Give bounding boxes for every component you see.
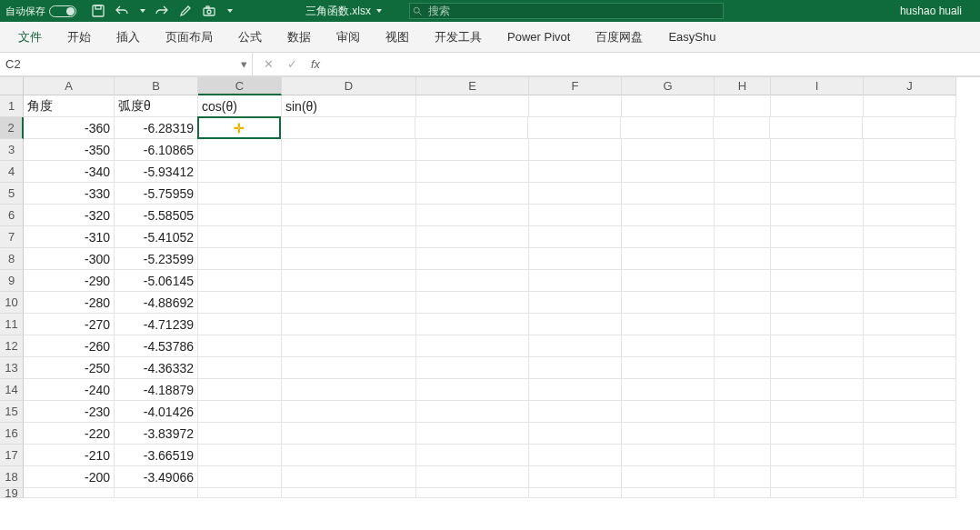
cell-A12[interactable]: -260 bbox=[24, 335, 115, 357]
cell-C9[interactable] bbox=[198, 270, 282, 292]
cell-A7[interactable]: -310 bbox=[24, 226, 115, 248]
cell-A5[interactable]: -330 bbox=[24, 183, 115, 205]
row-header-6[interactable]: 6 bbox=[0, 205, 24, 226]
cell-E4[interactable] bbox=[416, 161, 529, 183]
cell-I9[interactable] bbox=[771, 270, 864, 292]
tab-formulas[interactable]: 公式 bbox=[225, 22, 275, 52]
tab-view[interactable]: 视图 bbox=[373, 22, 422, 52]
cell-F10[interactable] bbox=[529, 292, 622, 314]
row-header-17[interactable]: 17 bbox=[0, 445, 24, 466]
cell-I16[interactable] bbox=[771, 423, 864, 445]
tab-review[interactable]: 审阅 bbox=[324, 22, 373, 52]
tab-page-layout[interactable]: 页面布局 bbox=[153, 22, 225, 52]
cell-F15[interactable] bbox=[529, 401, 622, 423]
cell-H11[interactable] bbox=[715, 314, 771, 335]
cell-F8[interactable] bbox=[529, 248, 622, 270]
cell-I8[interactable] bbox=[771, 248, 864, 270]
cell-D4[interactable] bbox=[282, 161, 416, 183]
camera-icon[interactable] bbox=[202, 4, 216, 18]
redo-icon[interactable] bbox=[155, 4, 169, 18]
row-header-14[interactable]: 14 bbox=[0, 379, 24, 401]
tab-data[interactable]: 数据 bbox=[275, 22, 324, 52]
cell-J3[interactable] bbox=[864, 139, 956, 161]
save-icon[interactable] bbox=[91, 4, 105, 18]
cell-G11[interactable] bbox=[622, 314, 715, 335]
cell-F18[interactable] bbox=[529, 466, 622, 488]
cell-J8[interactable] bbox=[864, 248, 956, 270]
select-all-corner[interactable] bbox=[0, 77, 24, 95]
cell-A14[interactable]: -240 bbox=[24, 379, 115, 401]
cell-E15[interactable] bbox=[416, 401, 529, 423]
cell-H1[interactable] bbox=[715, 95, 771, 117]
cell-F9[interactable] bbox=[529, 270, 622, 292]
cell-H12[interactable] bbox=[715, 335, 771, 357]
cell-G3[interactable] bbox=[622, 139, 715, 161]
cell-A11[interactable]: -270 bbox=[24, 314, 115, 335]
cell-A8[interactable]: -300 bbox=[24, 248, 115, 270]
cell-J4[interactable] bbox=[864, 161, 956, 183]
cell-C3[interactable] bbox=[198, 139, 282, 161]
cell-E7[interactable] bbox=[416, 226, 529, 248]
cell-D19[interactable] bbox=[282, 488, 416, 498]
cell-B3[interactable]: -6.10865 bbox=[115, 139, 198, 161]
cell-H16[interactable] bbox=[715, 423, 771, 445]
cell-F3[interactable] bbox=[529, 139, 622, 161]
cell-F6[interactable] bbox=[529, 205, 622, 226]
cell-F1[interactable] bbox=[529, 95, 622, 117]
cell-H8[interactable] bbox=[715, 248, 771, 270]
col-header-D[interactable]: D bbox=[282, 77, 416, 95]
enter-icon[interactable]: ✓ bbox=[282, 56, 302, 73]
cell-C13[interactable] bbox=[198, 357, 282, 379]
cell-H4[interactable] bbox=[715, 161, 771, 183]
search-input[interactable] bbox=[425, 5, 723, 17]
name-box-dropdown-icon[interactable]: ▾ bbox=[235, 57, 252, 71]
cell-C7[interactable] bbox=[198, 226, 282, 248]
cell-H18[interactable] bbox=[715, 466, 771, 488]
name-box[interactable]: ▾ bbox=[0, 53, 253, 75]
tab-home[interactable]: 开始 bbox=[55, 22, 104, 52]
cell-A16[interactable]: -220 bbox=[24, 423, 115, 445]
cell-A19[interactable] bbox=[24, 488, 115, 498]
cell-G6[interactable] bbox=[622, 205, 715, 226]
cell-J1[interactable] bbox=[864, 95, 956, 117]
cell-C5[interactable] bbox=[198, 183, 282, 205]
cell-I6[interactable] bbox=[771, 205, 864, 226]
cell-B5[interactable]: -5.75959 bbox=[115, 183, 198, 205]
cell-J15[interactable] bbox=[864, 401, 956, 423]
cell-B4[interactable]: -5.93412 bbox=[115, 161, 198, 183]
col-header-G[interactable]: G bbox=[622, 77, 715, 95]
cell-G1[interactable] bbox=[622, 95, 715, 117]
cell-I18[interactable] bbox=[771, 466, 864, 488]
cell-J13[interactable] bbox=[864, 357, 956, 379]
cell-F14[interactable] bbox=[529, 379, 622, 401]
cell-A1[interactable]: 角度 bbox=[24, 95, 115, 117]
row-header-12[interactable]: 12 bbox=[0, 335, 24, 357]
cell-E19[interactable] bbox=[416, 488, 529, 498]
cell-D18[interactable] bbox=[282, 466, 416, 488]
cell-H2[interactable] bbox=[714, 117, 770, 139]
cell-H14[interactable] bbox=[715, 379, 771, 401]
row-header-10[interactable]: 10 bbox=[0, 292, 24, 314]
cell-J19[interactable] bbox=[864, 488, 956, 498]
filename[interactable]: 三角函数.xlsx bbox=[233, 4, 382, 19]
cell-B16[interactable]: -3.83972 bbox=[115, 423, 198, 445]
row-header-8[interactable]: 8 bbox=[0, 248, 24, 270]
cell-B12[interactable]: -4.53786 bbox=[115, 335, 198, 357]
cell-A4[interactable]: -340 bbox=[24, 161, 115, 183]
cell-C11[interactable] bbox=[198, 314, 282, 335]
cell-D8[interactable] bbox=[282, 248, 416, 270]
cell-D15[interactable] bbox=[282, 401, 416, 423]
row-header-16[interactable]: 16 bbox=[0, 423, 24, 445]
cell-B18[interactable]: -3.49066 bbox=[115, 466, 198, 488]
cell-J2[interactable] bbox=[863, 117, 955, 139]
cell-F2[interactable] bbox=[528, 117, 621, 139]
cell-I3[interactable] bbox=[771, 139, 864, 161]
cell-G15[interactable] bbox=[622, 401, 715, 423]
cell-H19[interactable] bbox=[715, 488, 771, 498]
cell-E8[interactable] bbox=[416, 248, 529, 270]
row-header-5[interactable]: 5 bbox=[0, 183, 24, 205]
autosave-toggle[interactable]: 自动保存 bbox=[5, 5, 76, 18]
col-header-E[interactable]: E bbox=[416, 77, 529, 95]
cell-E6[interactable] bbox=[416, 205, 529, 226]
cell-F4[interactable] bbox=[529, 161, 622, 183]
